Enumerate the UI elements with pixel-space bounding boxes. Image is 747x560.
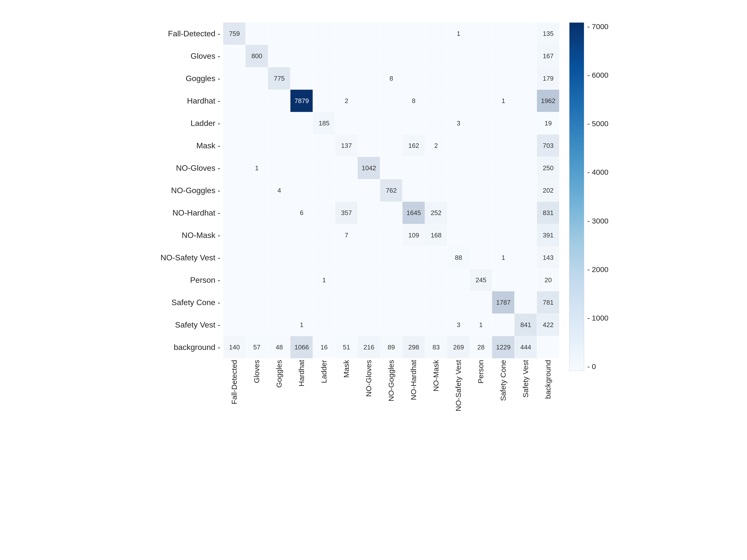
matrix-cell (223, 246, 246, 269)
matrix-cell (290, 45, 313, 67)
row-label: Hardhat - (144, 89, 223, 112)
matrix-cell: 1229 (492, 336, 514, 358)
matrix-cell (358, 134, 380, 157)
matrix-cell: 7879 (290, 89, 313, 112)
matrix-cell: 143 (537, 246, 559, 269)
matrix-cell: 422 (537, 314, 559, 336)
colorbar-tick: - 3000 (587, 217, 608, 225)
matrix-cell (223, 269, 246, 291)
matrix-cell: 28 (470, 336, 492, 358)
matrix-cell (514, 179, 537, 202)
row-label: NO-Goggles - (144, 179, 223, 202)
matrix-cell: 762 (380, 179, 403, 202)
matrix-cell (335, 179, 358, 202)
matrix-cell (380, 157, 403, 179)
matrix-cell (358, 202, 380, 224)
matrix-cell (290, 22, 313, 45)
matrix-cell (313, 89, 335, 112)
matrix-cell (290, 134, 313, 157)
matrix-cell (223, 157, 246, 179)
col-label: Fall-Detected (230, 360, 238, 407)
matrix-cell (358, 291, 380, 314)
matrix-cell: 775 (268, 67, 290, 89)
matrix-cell (425, 22, 447, 45)
row-label: Gloves - (144, 45, 223, 67)
matrix-cell: 6 (290, 202, 313, 224)
col-label: Safety Vest (521, 360, 530, 400)
matrix-cell (335, 314, 358, 336)
col-label: NO-Mask (432, 360, 440, 394)
matrix-cell: 167 (537, 45, 559, 67)
matrix-cell (514, 112, 537, 134)
matrix-cell (268, 22, 290, 45)
matrix-cell (403, 246, 425, 269)
col-label: Hardhat (297, 360, 306, 389)
matrix-cell (425, 314, 447, 336)
matrix-cell (358, 246, 380, 269)
row-label: Fall-Detected - (144, 22, 223, 45)
matrix-cell (492, 22, 514, 45)
matrix-cell (313, 224, 335, 246)
col-label: Mask (342, 360, 351, 380)
matrix-cell: 703 (537, 134, 559, 157)
matrix-cell (268, 224, 290, 246)
matrix-cell (290, 67, 313, 89)
matrix-cell (223, 134, 246, 157)
matrix-cell: 444 (514, 336, 537, 358)
matrix-cell (268, 157, 290, 179)
matrix-cell (470, 45, 492, 67)
matrix-cell: 1 (313, 269, 335, 291)
matrix-cell (514, 89, 537, 112)
matrix-cell (425, 45, 447, 67)
matrix-cell (447, 134, 470, 157)
matrix-cell (492, 224, 514, 246)
matrix-cell: 48 (268, 336, 290, 358)
matrix-cell: 269 (447, 336, 470, 358)
matrix-cell (470, 291, 492, 314)
col-label-wrapper: Safety Cone (492, 360, 514, 434)
matrix-cell (358, 314, 380, 336)
matrix-cell (313, 179, 335, 202)
matrix-cell (223, 179, 246, 202)
matrix-cell: 16 (313, 336, 335, 358)
matrix-cell (290, 157, 313, 179)
matrix-cell: 841 (514, 314, 537, 336)
matrix-cell (514, 134, 537, 157)
matrix-cell (223, 224, 246, 246)
matrix-cell (492, 202, 514, 224)
colorbar-tick: - 6000 (587, 71, 608, 79)
matrix-cell: 135 (537, 22, 559, 45)
matrix-cell: 57 (246, 336, 268, 358)
matrix-cell (246, 246, 268, 269)
matrix-cell (313, 45, 335, 67)
matrix-cell (358, 22, 380, 45)
matrix-cell (447, 269, 470, 291)
col-label-wrapper: Goggles (268, 360, 290, 434)
matrix-cell (514, 224, 537, 246)
matrix-cell (425, 179, 447, 202)
matrix-cell (425, 112, 447, 134)
matrix-cell: 245 (470, 269, 492, 291)
matrix-cell (335, 291, 358, 314)
matrix-cell (246, 269, 268, 291)
matrix-cell (425, 89, 447, 112)
matrix-cell (470, 224, 492, 246)
matrix-cell (425, 157, 447, 179)
grid-and-col-labels: 7591135800167775817978792811962185319137… (223, 22, 559, 439)
row-label: background - (144, 336, 223, 358)
matrix-cell (380, 112, 403, 134)
matrix-cell (425, 246, 447, 269)
matrix-cell (335, 45, 358, 67)
matrix-cell (246, 22, 268, 45)
col-label-wrapper: NO-Safety Vest (447, 360, 470, 434)
matrix-cell (447, 89, 470, 112)
matrix-cell (403, 112, 425, 134)
col-label: Gloves (253, 360, 261, 385)
col-label: background (544, 360, 552, 401)
col-labels: Fall-DetectedGlovesGogglesHardhatLadderM… (223, 360, 559, 434)
matrix-cell (313, 246, 335, 269)
col-label-wrapper: Hardhat (290, 360, 313, 434)
matrix-cell: 83 (425, 336, 447, 358)
matrix-cell (313, 157, 335, 179)
row-label: NO-Gloves - (144, 157, 223, 179)
